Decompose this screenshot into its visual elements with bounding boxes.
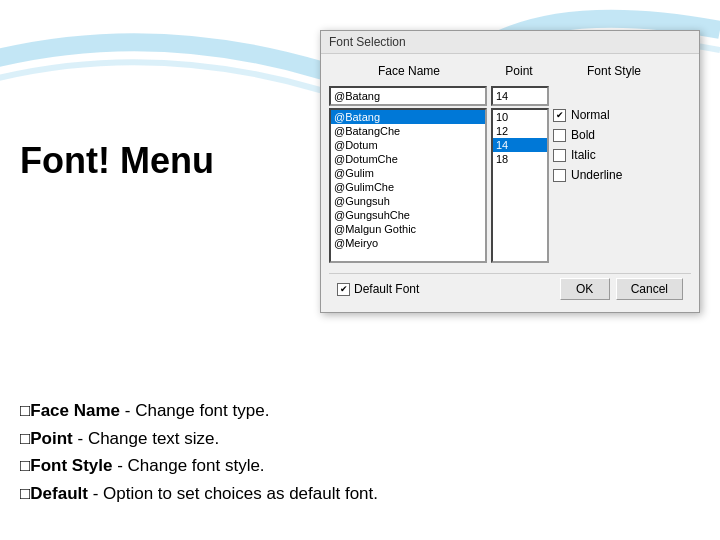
point-input[interactable]	[491, 86, 549, 106]
style-label: Italic	[571, 148, 596, 162]
left-section: Font! Menu	[20, 140, 300, 182]
face-list-item[interactable]: @Batang	[331, 110, 485, 124]
desc-bold: Font Style	[30, 456, 112, 475]
point-list-item[interactable]: 10	[493, 110, 547, 124]
default-font-checkbox[interactable]: ✔	[337, 283, 350, 296]
point-list-item[interactable]: 12	[493, 124, 547, 138]
desc-rest: - Change font style.	[112, 456, 264, 475]
face-list-item[interactable]: @DotumChe	[331, 152, 485, 166]
columns-area: @Batang@BatangChe@Dotum@DotumChe@Gulim@G…	[329, 86, 691, 263]
face-name-column: @Batang@BatangChe@Dotum@DotumChe@Gulim@G…	[329, 86, 487, 263]
style-checkbox[interactable]: ✔	[553, 109, 566, 122]
desc-bold: Point	[30, 429, 73, 448]
face-list-item[interactable]: @Gulim	[331, 166, 485, 180]
default-font-option[interactable]: ✔ Default Font	[337, 282, 419, 296]
description-item: □Point - Change text size.	[20, 427, 700, 451]
style-checkbox[interactable]	[553, 169, 566, 182]
desc-rest: - Option to set choices as default font.	[88, 484, 378, 503]
face-list-item[interactable]: @GungsuhChe	[331, 208, 485, 222]
face-list-item[interactable]: @Meiryo	[331, 236, 485, 250]
desc-bullet: □	[20, 456, 30, 475]
ok-cancel-buttons: OK Cancel	[560, 278, 683, 300]
font-style-header: Font Style	[549, 62, 679, 80]
point-list-item[interactable]: 18	[493, 152, 547, 166]
desc-bullet: □	[20, 401, 30, 420]
style-item[interactable]: Italic	[553, 148, 683, 162]
face-list-item[interactable]: @Gungsuh	[331, 194, 485, 208]
cancel-button[interactable]: Cancel	[616, 278, 683, 300]
style-item[interactable]: ✔Normal	[553, 108, 683, 122]
font-selection-dialog: Font Selection Face Name Point Font Styl…	[320, 30, 700, 313]
style-checkbox[interactable]	[553, 149, 566, 162]
face-name-list[interactable]: @Batang@BatangChe@Dotum@DotumChe@Gulim@G…	[331, 110, 485, 261]
style-item[interactable]: Bold	[553, 128, 683, 142]
face-list-item[interactable]: @GulimChe	[331, 180, 485, 194]
face-name-input[interactable]	[329, 86, 487, 106]
style-label: Underline	[571, 168, 622, 182]
bottom-descriptions: □Face Name - Change font type.□Point - C…	[20, 399, 700, 510]
dialog-bottom: ✔ Default Font OK Cancel	[329, 273, 691, 304]
face-list-item[interactable]: @Dotum	[331, 138, 485, 152]
default-font-label: Default Font	[354, 282, 419, 296]
style-checkbox[interactable]	[553, 129, 566, 142]
point-column: 10121418	[491, 86, 549, 263]
description-item: □Font Style - Change font style.	[20, 454, 700, 478]
page-title: Font! Menu	[20, 140, 300, 182]
point-header: Point	[489, 62, 549, 80]
point-list[interactable]: 10121418	[493, 110, 547, 261]
desc-bullet: □	[20, 429, 30, 448]
description-item: □Face Name - Change font type.	[20, 399, 700, 423]
style-item[interactable]: Underline	[553, 168, 683, 182]
dialog-body: Face Name Point Font Style @Batang@Batan…	[321, 54, 699, 312]
face-name-list-container: @Batang@BatangChe@Dotum@DotumChe@Gulim@G…	[329, 108, 487, 263]
font-style-column: ✔NormalBoldItalicUnderline	[553, 86, 683, 263]
face-list-item[interactable]: @Malgun Gothic	[331, 222, 485, 236]
face-name-header: Face Name	[329, 62, 489, 80]
desc-rest: - Change text size.	[73, 429, 219, 448]
desc-bold: Face Name	[30, 401, 120, 420]
desc-bullet: □	[20, 484, 30, 503]
point-list-container: 10121418	[491, 108, 549, 263]
point-list-item[interactable]: 14	[493, 138, 547, 152]
description-item: □Default - Option to set choices as defa…	[20, 482, 700, 506]
desc-rest: - Change font type.	[120, 401, 269, 420]
dialog-title: Font Selection	[321, 31, 699, 54]
column-headers: Face Name Point Font Style	[329, 62, 691, 80]
style-label: Bold	[571, 128, 595, 142]
style-label: Normal	[571, 108, 610, 122]
ok-button[interactable]: OK	[560, 278, 610, 300]
desc-bold: Default	[30, 484, 88, 503]
face-list-item[interactable]: @BatangChe	[331, 124, 485, 138]
